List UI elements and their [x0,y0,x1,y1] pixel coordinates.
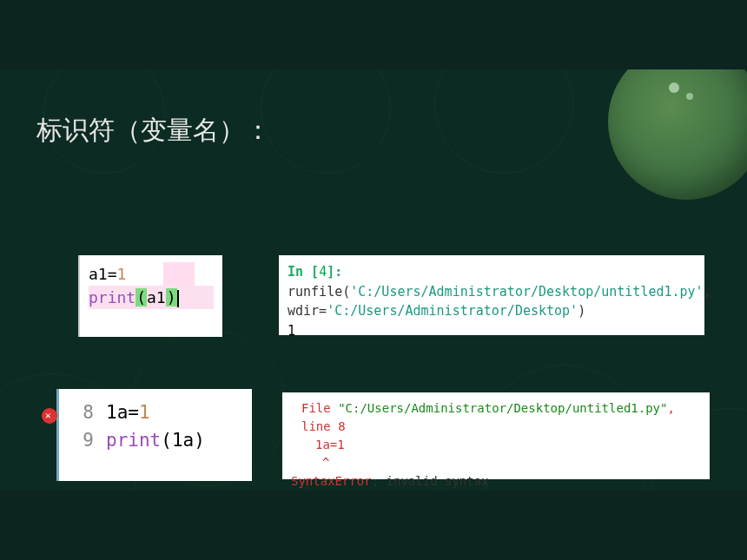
code-example-valid: a1=1 print(a1) [78,255,222,337]
error-icon [42,408,57,424]
console-output-error: File "C:/Users/Administrator/Desktop/unt… [282,392,710,479]
code-example-invalid: 81a=1 9print(1a) [56,389,252,481]
slide-title: 标识符（变量名）： [0,69,747,148]
console-output-success: In [4]: runfile('C:/Users/Administrator/… [279,255,704,335]
slide-content: 标识符（变量名）： a1=1 print(a1) In [4]: runfile… [0,69,747,491]
